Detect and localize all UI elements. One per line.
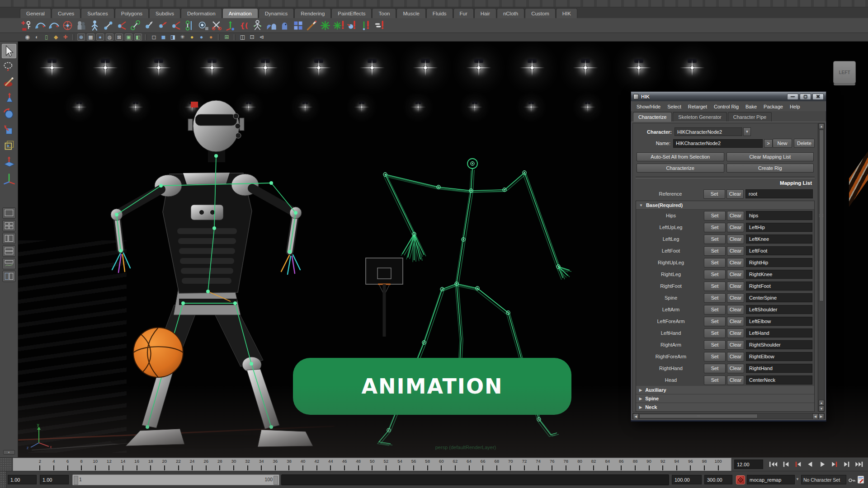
viewport-bar-icon[interactable]: ◨ <box>169 33 177 41</box>
scale-tool-icon[interactable] <box>2 123 16 137</box>
viewport-bar-icon[interactable]: ⊡ <box>248 33 256 41</box>
shelf-scissors-icon[interactable] <box>211 19 223 32</box>
viewport-bar-icon[interactable]: ◻ <box>150 33 158 41</box>
shelf-pin-icon[interactable] <box>143 19 155 32</box>
viewport-bar-icon[interactable]: ◉ <box>24 33 31 41</box>
frame-ruler[interactable]: 2468101214161820222426283032343638404244… <box>13 458 731 471</box>
clear-button[interactable]: Clear <box>727 223 744 232</box>
move-tool-icon[interactable] <box>2 91 16 106</box>
lasso-tool-icon[interactable] <box>2 60 16 74</box>
shelf-arrowj-icon[interactable] <box>156 19 169 32</box>
mapping-value-field[interactable]: RightFoot <box>746 282 812 291</box>
clear-button[interactable]: Clear <box>727 282 744 291</box>
mapping-value-field[interactable]: RightElbow <box>746 352 812 361</box>
hypershade-pane-layout-button[interactable] <box>2 271 16 282</box>
step-forward-frame-button[interactable] <box>841 460 853 469</box>
hik-menu-package[interactable]: Package <box>760 103 786 111</box>
hik-menu-bake[interactable]: Bake <box>742 103 760 111</box>
mapping-value-field[interactable]: CenterSpine <box>746 293 812 302</box>
scroll-down-icon[interactable]: ▼ <box>819 406 824 412</box>
four-pane-layout-button[interactable] <box>2 220 16 231</box>
shelf-tab-rendering[interactable]: Rendering <box>294 8 331 18</box>
previous-key-button[interactable] <box>792 460 804 469</box>
create-rig-button[interactable]: Create Rig <box>726 164 814 173</box>
minimize-button[interactable]: — <box>787 94 798 100</box>
shelf-tab-muscle[interactable]: Muscle <box>396 8 425 18</box>
section-base-required[interactable]: ▼ Base(Required) <box>636 201 814 210</box>
mapping-value-field[interactable]: RightHand <box>746 364 812 373</box>
clear-button[interactable]: Clear <box>727 340 744 350</box>
mapping-value-field[interactable]: LeftShoulder <box>746 305 812 314</box>
key-icon[interactable] <box>848 477 856 484</box>
clear-button[interactable]: Clear <box>727 375 744 385</box>
expand-name-button[interactable]: > <box>764 139 773 148</box>
mapping-value-field[interactable]: RightKnee <box>746 270 812 279</box>
next-key-button[interactable] <box>829 460 840 469</box>
shelf-curve-icon[interactable] <box>34 19 47 32</box>
shelf-eye-icon[interactable] <box>197 19 209 32</box>
mapping-value-field[interactable]: LeftHand <box>746 328 812 338</box>
viewport-bar-icon[interactable]: ◍ <box>106 33 113 41</box>
characterize-button[interactable]: Characterize <box>637 164 724 173</box>
mapping-value-field[interactable]: LeftFoot <box>746 246 812 255</box>
set-button[interactable]: Set <box>704 293 726 303</box>
clear-button[interactable]: Clear <box>727 305 744 314</box>
animation-end-field[interactable]: 300.00 <box>704 475 732 484</box>
shelf-tab-general[interactable]: General <box>20 8 51 18</box>
rotate-tool-icon[interactable] <box>2 107 16 122</box>
set-button[interactable]: Set <box>704 282 726 291</box>
clear-button[interactable]: Clear <box>727 317 744 326</box>
viewport-bar-icon[interactable]: ⊕ <box>77 33 85 41</box>
shelf-brace-icon[interactable]: {( <box>238 19 250 32</box>
shelf-heads-icon[interactable] <box>265 19 277 32</box>
set-button[interactable]: Set <box>704 375 726 385</box>
time-slider-grip[interactable] <box>0 458 13 471</box>
robot-character[interactable] <box>72 93 316 454</box>
viewport-bar-icon[interactable]: ● <box>188 33 196 41</box>
shelf-tab-polygons[interactable]: Polygons <box>115 8 149 18</box>
go-to-end-button[interactable] <box>853 460 865 469</box>
scroll-left-icon[interactable]: ◀ <box>812 413 818 419</box>
hik-menu-retarget[interactable]: Retarget <box>685 103 710 111</box>
viewport-bar-icon[interactable]: ⊲ <box>258 33 265 41</box>
shelf-brush-icon[interactable] <box>306 19 318 32</box>
set-button[interactable]: Set <box>704 364 726 373</box>
shelf-chain-icon[interactable] <box>102 19 114 32</box>
viewport-bar-icon[interactable]: ▣ <box>125 33 132 41</box>
select-tool-icon[interactable] <box>2 44 16 58</box>
set-button[interactable]: Set <box>704 246 726 256</box>
shelf-ghost-icon[interactable] <box>75 19 87 32</box>
delete-character-button[interactable]: Delete <box>794 139 815 148</box>
shelf-tab-curves[interactable]: Curves <box>52 8 80 18</box>
viewport-bar-icon[interactable]: ● <box>96 33 104 41</box>
clear-button[interactable]: Clear <box>727 293 744 303</box>
hik-menu-control-rig[interactable]: Control Rig <box>711 103 742 111</box>
set-button[interactable]: Set <box>704 340 726 350</box>
graph-pane-layout-button[interactable] <box>2 258 16 269</box>
playback-end-field[interactable]: 100.00 <box>672 475 702 484</box>
mapping-value-field[interactable]: hips <box>746 211 812 220</box>
set-button[interactable]: Set <box>704 235 726 244</box>
shelf-tab-toon[interactable]: Toon <box>372 8 396 18</box>
mapping-value-field[interactable]: LeftElbow <box>746 317 812 326</box>
hik-menu-help[interactable]: Help <box>787 103 803 111</box>
shelf-tab-custom[interactable]: Custom <box>525 8 556 18</box>
viewport-bar-icon[interactable]: ◧ <box>134 33 142 41</box>
shelf-tab-fur[interactable]: Fur <box>453 8 474 18</box>
shelf-chainred-icon[interactable] <box>170 19 182 32</box>
shelf-star-icon[interactable] <box>319 19 331 32</box>
show-manipulator-tool-icon[interactable] <box>2 170 16 185</box>
chevron-down-icon[interactable]: ▼ <box>796 477 799 481</box>
auto-set-button[interactable]: Auto-Set All from Selection <box>637 152 724 161</box>
scroll-up-icon[interactable]: ▲ <box>819 400 824 406</box>
shelf-starbang-icon[interactable] <box>333 19 345 32</box>
clear-button[interactable]: Clear <box>727 246 744 256</box>
clear-button[interactable]: Clear <box>727 211 744 221</box>
animation-start-field[interactable]: 1.00 <box>8 475 37 484</box>
viewport-bar-icon[interactable]: ⊞ <box>223 33 231 41</box>
range-track[interactable] <box>281 474 669 485</box>
viewport-bar-icon[interactable]: ⊠ <box>115 33 123 41</box>
play-forward-button[interactable] <box>816 460 828 469</box>
character-menu-field[interactable]: mocap_remap <box>747 475 795 484</box>
hik-tab-characterize[interactable]: Characterize <box>633 112 672 122</box>
